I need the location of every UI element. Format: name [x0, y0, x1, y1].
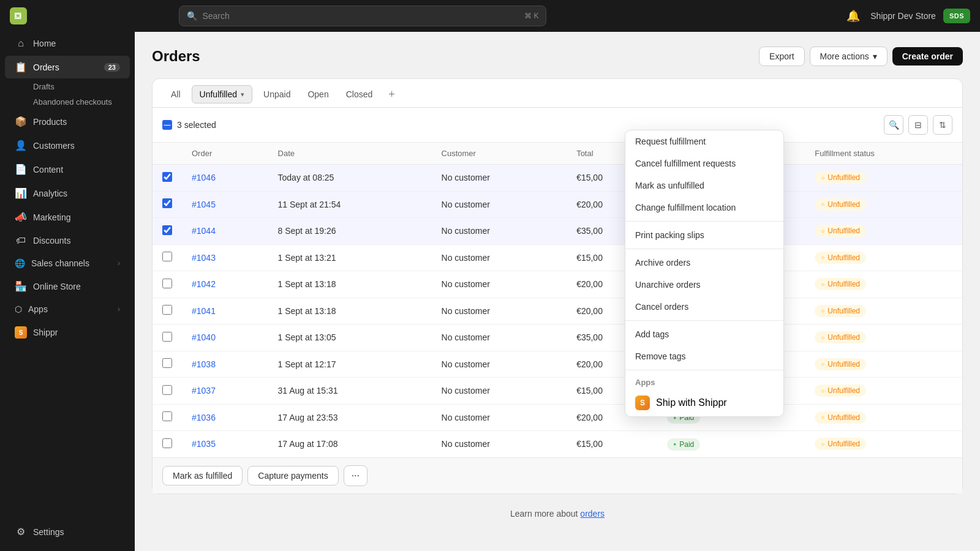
sidebar-item-marketing[interactable]: 📣 Marketing	[5, 206, 130, 228]
dropdown-cancel-fulfillment[interactable]: Cancel fulfillment requests	[625, 152, 783, 174]
products-icon: 📦	[15, 116, 27, 127]
row-checkbox-cell	[153, 378, 182, 405]
order-number[interactable]: #1035	[182, 431, 268, 457]
order-number[interactable]: #1046	[182, 165, 268, 192]
sidebar-item-discounts[interactable]: 🏷 Discounts	[5, 230, 130, 252]
sidebar-item-abandoned-checkouts[interactable]: Abandoned checkouts	[5, 94, 130, 110]
sidebar-item-sales-channels[interactable]: 🌐 Sales channels ›	[5, 253, 130, 274]
table-row[interactable]: #1036 17 Aug at 23:53 No customer €20,00…	[153, 404, 962, 431]
export-button[interactable]: Export	[759, 47, 804, 66]
topnav-right: 🔔 Shippr Dev Store SDS	[843, 6, 970, 26]
col-order: Order	[182, 143, 268, 165]
dropdown-ship-with-shippr[interactable]: S Ship with Shippr	[625, 389, 783, 416]
row-checkbox[interactable]	[162, 279, 172, 288]
table-row[interactable]: #1037 31 Aug at 15:31 No customer €15,00…	[153, 378, 962, 405]
order-number[interactable]: #1037	[182, 378, 268, 405]
order-number[interactable]: #1040	[182, 324, 268, 351]
unfulfilled-tab-label: Unfulfilled	[200, 89, 237, 99]
table-row[interactable]: #1044 8 Sept at 19:26 No customer €35,00…	[153, 218, 962, 245]
sidebar-item-apps[interactable]: ⬡ Apps ›	[5, 299, 130, 320]
row-checkbox[interactable]	[162, 252, 172, 261]
tab-unfulfilled[interactable]: Unfulfilled ▾	[192, 85, 252, 103]
order-date: 1 Sept at 13:21	[268, 244, 432, 271]
row-checkbox[interactable]	[162, 411, 172, 421]
orders-link[interactable]: orders	[580, 509, 605, 519]
row-checkbox[interactable]	[162, 225, 172, 235]
orders-badge: 23	[104, 63, 120, 72]
table-row[interactable]: #1041 1 Sept at 13:18 No customer €20,00…	[153, 298, 962, 324]
order-customer: No customer	[432, 165, 567, 192]
mark-fulfilled-button[interactable]: Mark as fulfilled	[162, 466, 243, 485]
order-payment: Paid	[657, 431, 805, 457]
order-fulfillment: Unfulfilled	[805, 218, 962, 245]
order-number[interactable]: #1045	[182, 191, 268, 218]
sidebar-content-label: Content	[33, 165, 63, 174]
capture-payments-button[interactable]: Capture payments	[247, 466, 338, 485]
sidebar-item-shippr[interactable]: S Shippr	[5, 321, 130, 344]
table-row[interactable]: #1038 1 Sept at 12:17 No customer €20,00…	[153, 351, 962, 378]
dropdown-unarchive[interactable]: Unarchive orders	[625, 274, 783, 296]
tab-add-button[interactable]: +	[381, 82, 402, 107]
filter-button[interactable]: ⊟	[908, 115, 928, 135]
order-number[interactable]: #1036	[182, 404, 268, 431]
row-checkbox[interactable]	[162, 172, 172, 182]
discounts-icon: 🏷	[15, 235, 27, 246]
dropdown-mark-unfulfilled[interactable]: Mark as unfulfilled	[625, 174, 783, 197]
search-filter-button[interactable]: 🔍	[884, 115, 903, 135]
order-number[interactable]: #1043	[182, 244, 268, 271]
table-row[interactable]: #1040 1 Sept at 13:05 No customer €35,00…	[153, 324, 962, 351]
select-all-checkbox[interactable]	[162, 120, 172, 130]
table-row[interactable]: #1035 17 Aug at 17:08 No customer €15,00…	[153, 431, 962, 457]
row-checkbox[interactable]	[162, 198, 172, 208]
search-bar[interactable]: 🔍 ⌘ K	[179, 6, 546, 26]
sidebar-item-analytics[interactable]: 📊 Analytics	[5, 182, 130, 204]
sidebar-products-label: Products	[33, 117, 67, 127]
dropdown-archive[interactable]: Archive orders	[625, 252, 783, 274]
sidebar-item-orders[interactable]: 📋 Orders 23	[5, 56, 130, 78]
order-number[interactable]: #1042	[182, 271, 268, 298]
search-input[interactable]	[202, 11, 519, 21]
order-number[interactable]: #1038	[182, 351, 268, 378]
table-toolbar: 3 selected 🔍 ⊟ ⇅	[153, 108, 962, 143]
row-checkbox[interactable]	[162, 332, 172, 342]
sidebar-item-settings[interactable]: ⚙ Settings	[5, 520, 130, 543]
sort-button[interactable]: ⇅	[933, 115, 952, 135]
dropdown-add-tags[interactable]: Add tags	[625, 323, 783, 345]
dropdown-cancel-orders[interactable]: Cancel orders	[625, 296, 783, 318]
notification-button[interactable]: 🔔	[843, 6, 863, 26]
create-order-button[interactable]: Create order	[892, 47, 963, 66]
tab-open[interactable]: Open	[299, 83, 337, 107]
order-number[interactable]: #1041	[182, 298, 268, 324]
dropdown-remove-tags[interactable]: Remove tags	[625, 345, 783, 367]
row-checkbox-cell	[153, 218, 182, 245]
sidebar-item-content[interactable]: 📄 Content	[5, 158, 130, 181]
order-date: 11 Sept at 21:54	[268, 191, 432, 218]
dropdown-print-slips[interactable]: Print packing slips	[625, 224, 783, 246]
sidebar-item-products[interactable]: 📦 Products	[5, 110, 130, 133]
order-customer: No customer	[432, 244, 567, 271]
table-row[interactable]: #1045 11 Sept at 21:54 No customer €20,0…	[153, 191, 962, 218]
tab-closed[interactable]: Closed	[337, 83, 382, 107]
tab-unpaid[interactable]: Unpaid	[255, 83, 299, 107]
sidebar-item-online-store[interactable]: 🏪 Online Store	[5, 275, 130, 298]
table-row[interactable]: #1046 Today at 08:25 No customer €15,00 …	[153, 165, 962, 192]
sidebar-item-home[interactable]: ⌂ Home	[5, 32, 130, 54]
order-customer: No customer	[432, 404, 567, 431]
order-date: 1 Sept at 12:17	[268, 351, 432, 378]
row-checkbox[interactable]	[162, 305, 172, 315]
sidebar-item-customers[interactable]: 👤 Customers	[5, 134, 130, 157]
sidebar-item-drafts[interactable]: Drafts	[5, 79, 130, 94]
more-actions-button[interactable]: More actions ▾	[810, 47, 888, 66]
table-row[interactable]: #1042 1 Sept at 13:18 No customer €20,00…	[153, 271, 962, 298]
tab-all[interactable]: All	[162, 83, 189, 107]
row-checkbox[interactable]	[162, 438, 172, 448]
dropdown-apps-label: Apps	[625, 373, 783, 389]
order-date: 1 Sept at 13:05	[268, 324, 432, 351]
dropdown-change-location[interactable]: Change fulfillment location	[625, 197, 783, 219]
row-checkbox[interactable]	[162, 385, 172, 395]
table-row[interactable]: #1043 1 Sept at 13:21 No customer €15,00…	[153, 244, 962, 271]
order-number[interactable]: #1044	[182, 218, 268, 245]
bottom-more-button[interactable]: ···	[344, 465, 368, 486]
dropdown-request-fulfillment[interactable]: Request fulfillment	[625, 130, 783, 152]
row-checkbox[interactable]	[162, 358, 172, 368]
